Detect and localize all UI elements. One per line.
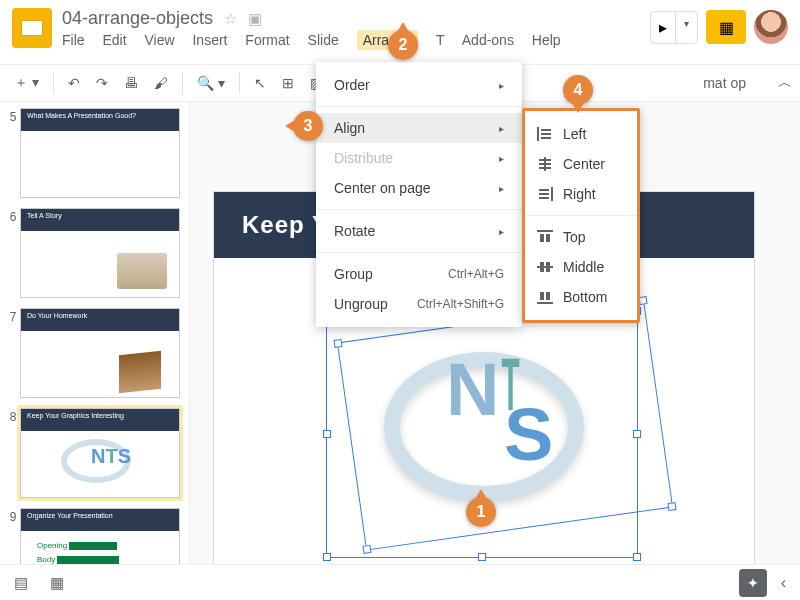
- zoom-button[interactable]: 🔍 ▾: [191, 71, 231, 95]
- arrange-align[interactable]: Align▸: [316, 113, 522, 143]
- arrange-rotate[interactable]: Rotate▸: [316, 216, 522, 246]
- menu-addons[interactable]: Add-ons: [462, 32, 514, 48]
- align-left-icon: [537, 127, 553, 141]
- thumb-number: 5: [6, 108, 20, 198]
- explore-button[interactable]: ✦: [739, 569, 767, 597]
- arrange-center-on-page[interactable]: Center on page▸: [316, 173, 522, 203]
- star-icon[interactable]: ☆: [224, 10, 237, 27]
- redo-button[interactable]: ↷: [90, 71, 114, 95]
- arrange-ungroup[interactable]: UngroupCtrl+Alt+Shift+G: [316, 289, 522, 319]
- align-bottom[interactable]: Bottom: [525, 282, 637, 312]
- format-options-link[interactable]: mat op: [703, 75, 756, 91]
- avatar[interactable]: [754, 10, 788, 44]
- slide-thumb-9[interactable]: Organize Your Presentation Opening Body …: [20, 508, 180, 564]
- align-top-icon: [537, 230, 553, 244]
- textbox-tool[interactable]: ⊞: [276, 71, 300, 95]
- menu-slide[interactable]: Slide: [308, 32, 339, 48]
- menu-edit[interactable]: Edit: [102, 32, 126, 48]
- arrange-order[interactable]: Order▸: [316, 70, 522, 100]
- arrange-distribute: Distribute▸: [316, 143, 522, 173]
- grid-view-icon[interactable]: ▦: [50, 574, 64, 592]
- menu-help[interactable]: Help: [532, 32, 561, 48]
- paint-format-button[interactable]: 🖌: [148, 71, 174, 95]
- nav-left-icon[interactable]: ‹: [781, 574, 786, 592]
- slides-app-icon[interactable]: [12, 8, 52, 48]
- present-icon: ▸: [651, 12, 675, 43]
- present-button[interactable]: ▸ ▾: [650, 11, 698, 44]
- filmstrip-view-icon[interactable]: ▤: [14, 574, 28, 592]
- slide-thumb-5[interactable]: What Makes A Presentation Good?: [20, 108, 180, 198]
- align-center[interactable]: Center: [525, 149, 637, 179]
- callout-3: 3: [293, 111, 323, 141]
- print-button[interactable]: 🖶: [118, 71, 144, 95]
- align-submenu: Left Center Right Top Middle Bottom: [522, 108, 640, 323]
- menu-format[interactable]: Format: [245, 32, 289, 48]
- menu-file[interactable]: File: [62, 32, 85, 48]
- callout-1: 1: [466, 497, 496, 527]
- menu-tools[interactable]: T: [436, 32, 445, 48]
- align-left[interactable]: Left: [525, 119, 637, 149]
- select-tool[interactable]: ↖: [248, 71, 272, 95]
- share-button[interactable]: ▦: [706, 10, 746, 44]
- align-middle[interactable]: Middle: [525, 252, 637, 282]
- callout-4: 4: [563, 75, 593, 105]
- slide-thumb-8[interactable]: Keep Your Graphics Interesting NTS: [20, 408, 180, 498]
- folder-icon[interactable]: ▣: [248, 10, 262, 27]
- filmstrip[interactable]: 5 What Makes A Presentation Good? 6 Tell…: [0, 102, 190, 564]
- undo-button[interactable]: ↶: [62, 71, 86, 95]
- align-bottom-icon: [537, 290, 553, 304]
- new-slide-button[interactable]: ＋ ▾: [8, 70, 45, 96]
- slide-thumb-7[interactable]: Do Your Homework: [20, 308, 180, 398]
- align-right[interactable]: Right: [525, 179, 637, 209]
- arrange-menu: Order▸ Align▸ Distribute▸ Center on page…: [316, 62, 522, 327]
- doc-title[interactable]: 04-arrange-objects: [62, 8, 213, 28]
- align-middle-icon: [537, 260, 553, 274]
- align-right-icon: [537, 187, 553, 201]
- menu-insert[interactable]: Insert: [192, 32, 227, 48]
- menu-view[interactable]: View: [144, 32, 174, 48]
- callout-2: 2: [388, 30, 418, 60]
- arrange-group[interactable]: GroupCtrl+Alt+G: [316, 259, 522, 289]
- align-top[interactable]: Top: [525, 222, 637, 252]
- slide-thumb-6[interactable]: Tell A Story: [20, 208, 180, 298]
- align-center-icon: [537, 157, 553, 171]
- present-caret-icon[interactable]: ▾: [675, 12, 697, 43]
- collapse-toolbar-icon[interactable]: ︿: [778, 74, 792, 92]
